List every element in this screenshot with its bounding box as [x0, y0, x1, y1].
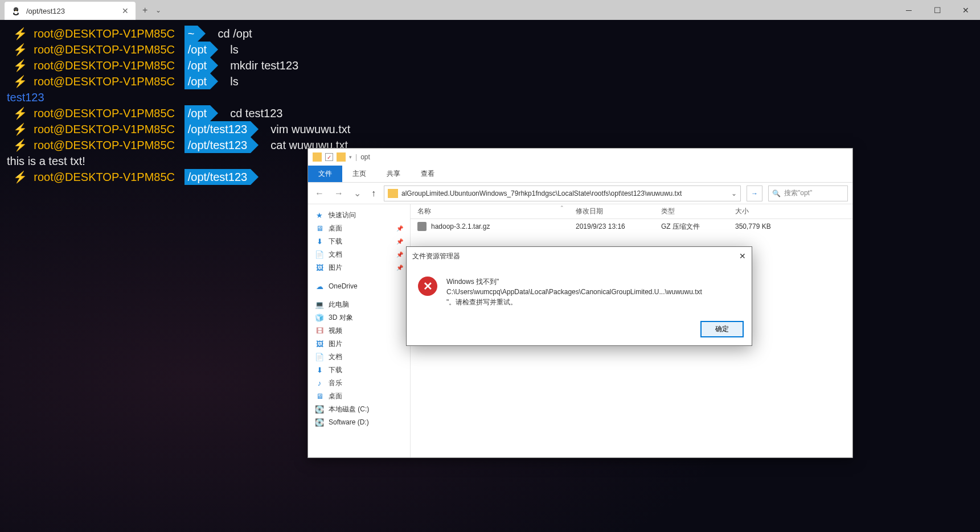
explorer-title: opt [360, 153, 370, 161]
sidebar-pictures[interactable]: 🖼图片📌 [308, 261, 410, 274]
star-icon: ★ [315, 211, 324, 220]
new-tab-button[interactable]: + [142, 5, 147, 15]
file-date: 2019/9/23 13:16 [576, 222, 661, 230]
sidebar-quick-access[interactable]: ★快速访问 [308, 209, 410, 222]
address-dropdown-icon[interactable]: ⌄ [731, 189, 737, 197]
ribbon-share[interactable]: 共享 [376, 166, 411, 182]
terminal-line: ⚡ root@DESKTOP-V1PM85C /opt cd test123 [7, 105, 973, 121]
search-input[interactable]: 🔍 搜索"opt" [768, 185, 848, 201]
pin-icon: 📌 [396, 225, 403, 232]
tab-active[interactable]: /opt/test123 ✕ [5, 2, 136, 20]
document-icon: 📄 [315, 250, 324, 259]
history-dropdown-icon[interactable]: ⌄ [351, 188, 363, 199]
picture-icon: 🖼 [315, 340, 324, 349]
search-icon: 🔍 [772, 189, 781, 197]
sidebar-this-pc[interactable]: 💻此电脑 [308, 298, 410, 311]
video-icon: 🎞 [315, 327, 324, 336]
column-headers: 名称⌃ 修改日期 类型 大小 [411, 204, 852, 219]
folder-icon [337, 152, 346, 162]
sidebar-3d-objects[interactable]: 🧊3D 对象 [308, 311, 410, 324]
desktop-icon: 🖥 [315, 224, 324, 233]
close-button[interactable]: ✕ [952, 0, 980, 20]
sidebar-disk-d[interactable]: 💽Software (D:) [308, 416, 410, 428]
sidebar-disk-c[interactable]: 💽本地磁盘 (C:) [308, 403, 410, 416]
sidebar: ★快速访问 🖥桌面📌 ⬇下载📌 📄文档📌 🖼图片📌 ☁OneDrive 💻此电脑… [308, 204, 411, 457]
col-date[interactable]: 修改日期 [576, 207, 661, 216]
pin-icon: 📌 [396, 238, 403, 245]
col-name[interactable]: 名称⌃ [411, 207, 576, 216]
cube-icon: 🧊 [315, 314, 324, 323]
sidebar-desktop[interactable]: 🖥桌面📌 [308, 222, 410, 235]
sidebar-documents[interactable]: 📄文档📌 [308, 248, 410, 261]
sidebar-downloads[interactable]: ⬇下载📌 [308, 235, 410, 248]
ok-button[interactable]: 确定 [700, 321, 744, 337]
ribbon: 文件 主页 共享 查看 [308, 166, 852, 183]
sidebar-videos[interactable]: 🎞视频 [308, 324, 410, 337]
sidebar-downloads[interactable]: ⬇下载 [308, 364, 410, 377]
folder-icon [388, 189, 398, 198]
dialog-close-icon[interactable]: ✕ [739, 251, 746, 261]
document-icon: 📄 [315, 353, 324, 362]
ribbon-view[interactable]: 查看 [411, 166, 445, 182]
svg-point-2 [14, 11, 18, 14]
address-bar[interactable]: alGroupLimited.UbuntuonWindows_79rhkp1fn… [384, 185, 741, 201]
check-icon[interactable]: ✓ [325, 153, 333, 161]
up-button[interactable]: ↑ [369, 188, 378, 199]
dialog-title: 文件资源管理器 [412, 251, 460, 261]
tab-close-icon[interactable]: ✕ [122, 6, 129, 15]
folder-icon [313, 152, 322, 162]
music-icon: ♪ [315, 379, 324, 388]
titlebar: /opt/test123 ✕ + ⌄ ─ ☐ ✕ [0, 0, 980, 20]
desktop-icon: 🖥 [315, 392, 324, 401]
sidebar-music[interactable]: ♪音乐 [308, 377, 410, 390]
disk-icon: 💽 [315, 418, 324, 427]
terminal-output: test123 [7, 89, 973, 105]
col-type[interactable]: 类型 [661, 207, 735, 216]
disk-icon: 💽 [315, 405, 324, 414]
window-controls: ─ ☐ ✕ [895, 0, 980, 20]
error-dialog: 文件资源管理器 ✕ ✕ Windows 找不到" C:\Users\wumcpq… [406, 246, 752, 346]
svg-point-4 [17, 9, 18, 10]
ribbon-file[interactable]: 文件 [308, 166, 342, 182]
download-icon: ⬇ [315, 366, 324, 375]
download-icon: ⬇ [315, 237, 324, 246]
pin-icon: 📌 [396, 265, 403, 271]
sidebar-documents[interactable]: 📄文档 [308, 350, 410, 364]
sidebar-desktop[interactable]: 🖥桌面 [308, 390, 410, 403]
terminal-line: ⚡ root@DESKTOP-V1PM85C ~ cd /opt [7, 26, 973, 42]
terminal-line: ⚡ root@DESKTOP-V1PM85C /opt ls [7, 73, 973, 89]
dialog-titlebar: 文件资源管理器 ✕ [407, 247, 752, 265]
dialog-body: ✕ Windows 找不到" C:\Users\wumcpq\AppData\L… [407, 265, 752, 315]
refresh-button[interactable]: → [747, 185, 762, 201]
maximize-button[interactable]: ☐ [923, 0, 952, 20]
dialog-footer: 确定 [407, 315, 752, 345]
archive-icon [417, 222, 427, 231]
forward-button[interactable]: → [332, 188, 346, 199]
terminal-line: ⚡ root@DESKTOP-V1PM85C /opt/test123 vim … [7, 121, 973, 137]
explorer-titlebar: ✓ ▾ | opt [308, 149, 852, 166]
cloud-icon: ☁ [315, 282, 324, 291]
pin-icon: 📌 [396, 251, 403, 258]
col-size[interactable]: 大小 [735, 207, 792, 216]
tux-icon [11, 6, 20, 15]
back-button[interactable]: ← [313, 188, 326, 199]
minimize-button[interactable]: ─ [895, 0, 923, 20]
file-type: GZ 压缩文件 [661, 222, 735, 232]
terminal-line: ⚡ root@DESKTOP-V1PM85C /opt ls [7, 42, 973, 57]
file-name: hadoop-3.2.1.tar.gz [431, 222, 576, 230]
tab-title: /opt/test123 [26, 7, 116, 15]
pc-icon: 💻 [315, 300, 324, 310]
sort-indicator-icon: ⌃ [560, 205, 564, 211]
dialog-message: Windows 找不到" C:\Users\wumcpq\AppData\Loc… [446, 277, 702, 307]
picture-icon: 🖼 [315, 263, 324, 273]
file-size: 350,779 KB [735, 222, 792, 230]
error-icon: ✕ [418, 277, 437, 296]
sidebar-pictures[interactable]: 🖼图片 [308, 337, 410, 350]
address-text: alGroupLimited.UbuntuonWindows_79rhkp1fn… [401, 189, 728, 197]
ribbon-home[interactable]: 主页 [342, 166, 376, 182]
tab-dropdown-icon[interactable]: ⌄ [155, 6, 161, 14]
file-row[interactable]: hadoop-3.2.1.tar.gz 2019/9/23 13:16 GZ 压… [411, 219, 852, 234]
sidebar-onedrive[interactable]: ☁OneDrive [308, 280, 410, 292]
path-chip: /opt/test123 [184, 169, 251, 185]
titlebar-caret-icon[interactable]: ▾ [349, 154, 352, 160]
